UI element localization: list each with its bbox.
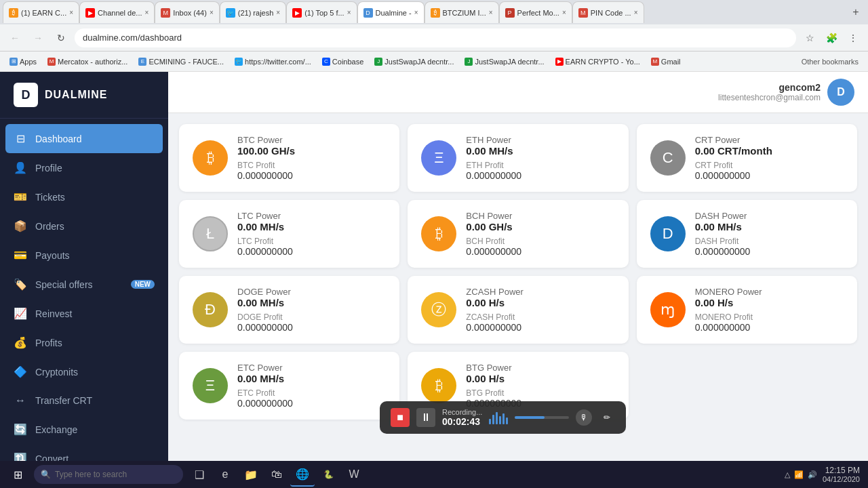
tab-close-button[interactable]: × bbox=[276, 9, 280, 16]
coin-icon-dash: D bbox=[650, 216, 686, 251]
sidebar-item-dashboard[interactable]: ⊟ Dashboard bbox=[5, 124, 163, 153]
browser-tab-5[interactable]: ▶ (1) Top 5 f... × bbox=[286, 1, 357, 23]
coin-power-label-crt: CRT Power bbox=[695, 135, 844, 145]
coin-icon-monero: ɱ bbox=[650, 292, 686, 327]
tab-close-button[interactable]: × bbox=[489, 9, 493, 16]
coin-power-value-zcash: 0.00 H/s bbox=[466, 297, 614, 308]
forward-button[interactable]: → bbox=[28, 28, 47, 47]
tab-close-button[interactable]: × bbox=[414, 9, 418, 16]
coin-icon-crt: C bbox=[650, 140, 686, 176]
coin-power-label-etc: ETC Power bbox=[237, 363, 386, 373]
taskbar-store-icon[interactable]: 🛍 bbox=[264, 462, 289, 487]
sidebar-item-cryptonits[interactable]: 🔷 Cryptonits bbox=[0, 357, 168, 386]
nav-icon-special-offers: 🏷️ bbox=[14, 278, 27, 291]
more-bookmarks[interactable]: Other bookmarks bbox=[797, 56, 863, 67]
taskbar-chrome-icon[interactable]: 🌐 bbox=[290, 462, 315, 487]
bookmark-item-3[interactable]: 🐦 https://twitter.com/... bbox=[231, 56, 315, 67]
coin-row-1: Ð DOGE Power 0.00 MH/s DOGE Profit 0.000… bbox=[179, 276, 857, 344]
sidebar-item-profits[interactable]: 💰 Profits bbox=[0, 328, 168, 357]
tab-title: Channel de... bbox=[98, 9, 142, 17]
taskbar-search-input[interactable] bbox=[55, 470, 163, 479]
browser-tab-6[interactable]: D Dualmine - × bbox=[357, 1, 425, 23]
browser-tab-2[interactable]: ▶ Channel de... × bbox=[79, 1, 155, 23]
sidebar-item-reinvest[interactable]: 📈 Reinvest bbox=[0, 299, 168, 328]
tab-title: Inbox (44) bbox=[173, 9, 207, 17]
recording-pause-button[interactable]: ⏸ bbox=[416, 408, 435, 427]
browser-tab-3[interactable]: M Inbox (44) × bbox=[155, 1, 219, 23]
start-button[interactable]: ⊞ bbox=[3, 462, 33, 487]
bookmark-item-2[interactable]: E ECMINING - FAUCE... bbox=[134, 56, 228, 67]
taskbar-task-view[interactable]: ❑ bbox=[187, 462, 212, 487]
bookmark-label: Coinbase bbox=[332, 58, 363, 66]
sidebar-item-convert[interactable]: 🔃 Convert bbox=[0, 444, 168, 461]
coin-power-value-eth: 0.00 MH/s bbox=[466, 145, 614, 157]
bar1 bbox=[489, 419, 491, 424]
reload-button[interactable]: ↻ bbox=[52, 28, 71, 47]
browser-tab-8[interactable]: P Perfect Mo... × bbox=[499, 1, 572, 23]
bookmark-item-5[interactable]: J JustSwapJA decntr... bbox=[370, 56, 458, 67]
browser-tab-7[interactable]: ₿ BTCZIUM I... × bbox=[425, 1, 499, 23]
coin-profit-value-btc: 0.000000000 bbox=[237, 170, 386, 181]
coin-profit-value-crt: 0.000000000 bbox=[695, 170, 844, 181]
menu-icon[interactable]: ⋮ bbox=[844, 28, 863, 47]
browser-tab-1[interactable]: ₿ (1) EARN C... × bbox=[3, 1, 79, 23]
sidebar-item-transfer-crt[interactable]: ↔️ Transfer CRT bbox=[0, 386, 168, 415]
tab-close-button[interactable]: × bbox=[562, 9, 566, 16]
bookmark-item-0[interactable]: ⊞ Apps bbox=[5, 56, 41, 67]
back-button[interactable]: ← bbox=[5, 28, 24, 47]
pen-button[interactable]: ✏ bbox=[599, 409, 615, 426]
tab-close-button[interactable]: × bbox=[69, 9, 73, 16]
tab-close-button[interactable]: × bbox=[634, 9, 638, 16]
sidebar: D DUALMINE ⊟ Dashboard 👤 Profile 🎫 Ticke… bbox=[0, 72, 168, 461]
sidebar-item-tickets[interactable]: 🎫 Tickets bbox=[0, 182, 168, 211]
coin-power-value-btg: 0.00 H/s bbox=[466, 373, 614, 384]
tab-title: Dualmine - bbox=[376, 9, 412, 17]
bookmark-item-7[interactable]: ▶ EARN CRYPTO - Yo... bbox=[551, 56, 644, 67]
avatar: D bbox=[827, 79, 854, 106]
address-input[interactable] bbox=[75, 28, 796, 47]
taskbar-python-icon[interactable]: 🐍 bbox=[316, 462, 340, 487]
bar5 bbox=[502, 413, 505, 424]
system-tray: △ 📶 🔊 bbox=[785, 470, 817, 479]
coin-power-value-bch: 0.00 GH/s bbox=[466, 221, 614, 232]
nav-label-reinvest: Reinvest bbox=[35, 308, 155, 319]
recording-stop-button[interactable]: ■ bbox=[391, 408, 410, 427]
taskbar-word-icon[interactable]: W bbox=[342, 462, 366, 487]
bookmark-item-8[interactable]: M Gmail bbox=[647, 56, 685, 67]
coin-icon-ltc: Ł bbox=[193, 216, 228, 251]
sidebar-item-profile[interactable]: 👤 Profile bbox=[0, 153, 168, 182]
extensions-icon[interactable]: 🧩 bbox=[822, 28, 841, 47]
coin-info-eth: ETH Power 0.00 MH/s ETH Profit 0.0000000… bbox=[466, 135, 614, 181]
user-email: littesenteshcron@gmail.com bbox=[718, 93, 821, 102]
bookmark-item-1[interactable]: M Mercatox - authoriz... bbox=[43, 56, 132, 67]
coin-card-crt: C CRT Power 0.00 CRT/month CRT Profit 0.… bbox=[637, 124, 857, 192]
bookmark-label: JustSwapJA decntr... bbox=[384, 58, 454, 66]
taskbar-clock: 12:15 PM 04/12/2020 bbox=[823, 466, 860, 483]
bookmark-item-6[interactable]: J JustSwapJA decntr... bbox=[460, 56, 548, 67]
coin-icon-zcash: ⓩ bbox=[421, 292, 456, 327]
bookmark-star-icon[interactable]: ☆ bbox=[800, 28, 819, 47]
tab-close-button[interactable]: × bbox=[145, 9, 149, 16]
user-name: gencom2 bbox=[718, 82, 821, 93]
sidebar-item-exchange[interactable]: 🔄 Exchange bbox=[0, 415, 168, 444]
recording-status: Recording... bbox=[442, 408, 482, 416]
browser-tab-9[interactable]: M PIN Code ... × bbox=[572, 1, 644, 23]
taskbar: ⊞ 🔍 ❑ e 📁 🛍 🌐 🐍 W △ 📶 🔊 12:15 PM 04/12/2… bbox=[0, 461, 868, 488]
coin-card-monero: ɱ MONERO Power 0.00 H/s MONERO Profit 0.… bbox=[637, 276, 857, 344]
sidebar-item-payouts[interactable]: 💳 Payouts bbox=[0, 241, 168, 270]
taskbar-edge-icon[interactable]: e bbox=[213, 462, 237, 487]
new-tab-button[interactable]: + bbox=[846, 3, 865, 22]
browser-tab-4[interactable]: 🐦 (21) rajesh × bbox=[220, 1, 286, 23]
coin-profit-label-bch: BCH Profit bbox=[466, 237, 614, 246]
coin-power-value-crt: 0.00 CRT/month bbox=[695, 145, 844, 157]
tab-close-button[interactable]: × bbox=[347, 9, 351, 16]
microphone-button[interactable]: 🎙 bbox=[576, 409, 592, 426]
coin-profit-value-monero: 0.000000000 bbox=[695, 322, 844, 333]
bookmark-item-4[interactable]: C Coinbase bbox=[318, 56, 368, 67]
sidebar-item-special-offers[interactable]: 🏷️ Special offers NEW bbox=[0, 270, 168, 299]
tab-close-button[interactable]: × bbox=[210, 9, 214, 16]
sidebar-item-orders[interactable]: 📦 Orders bbox=[0, 211, 168, 241]
taskbar-explorer-icon[interactable]: 📁 bbox=[239, 462, 263, 487]
recording-overlay: ■ ⏸ Recording... 00:02:43 🎙 ✏ bbox=[380, 401, 626, 434]
nav-label-transfer-crt: Transfer CRT bbox=[35, 395, 155, 406]
